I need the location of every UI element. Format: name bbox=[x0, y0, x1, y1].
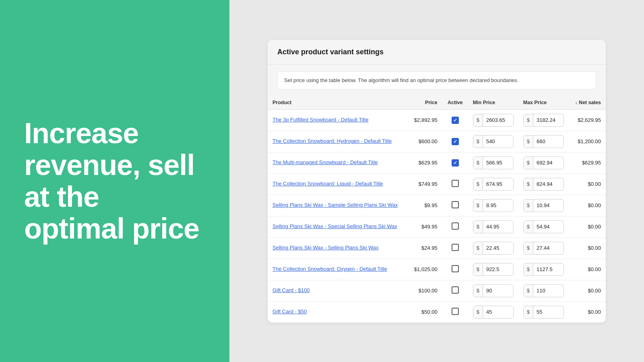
product-link[interactable]: The Multi-managed Snowboard - Default Ti… bbox=[272, 159, 378, 165]
col-net-sales[interactable]: ↓ Net sales bbox=[569, 96, 606, 110]
min-price-cell: $ bbox=[468, 280, 518, 301]
min-price-input[interactable] bbox=[483, 160, 511, 166]
min-price-input[interactable] bbox=[483, 138, 511, 144]
max-price-input[interactable] bbox=[533, 309, 561, 315]
product-link[interactable]: Gift Card - $50 bbox=[272, 309, 307, 315]
active-cell bbox=[442, 173, 468, 195]
max-price-input[interactable] bbox=[533, 117, 561, 123]
min-currency-label: $ bbox=[473, 178, 483, 190]
max-price-input[interactable] bbox=[533, 288, 561, 294]
min-price-input[interactable] bbox=[483, 288, 511, 294]
min-currency-label: $ bbox=[473, 221, 483, 233]
active-checkbox[interactable] bbox=[452, 265, 459, 272]
right-panel: Active product variant settings Set pric… bbox=[229, 0, 644, 362]
product-cell: Gift Card - $100 bbox=[268, 280, 408, 301]
product-link[interactable]: Gift Card - $100 bbox=[272, 287, 310, 293]
active-checkbox[interactable] bbox=[452, 117, 459, 124]
table-row: Selling Plans Ski Wax - Special Selling … bbox=[268, 216, 606, 237]
product-link[interactable]: The 3p Fulfilled Snowboard - Default Tit… bbox=[272, 117, 368, 123]
min-price-cell: $ bbox=[468, 216, 518, 237]
max-price-input[interactable] bbox=[533, 266, 561, 272]
min-currency-label: $ bbox=[473, 200, 483, 212]
min-price-input[interactable] bbox=[483, 224, 511, 230]
product-cell: Selling Plans Ski Wax - Sample Selling P… bbox=[268, 195, 408, 216]
max-price-cell: $ bbox=[518, 280, 569, 301]
col-product: Product bbox=[268, 96, 408, 110]
price-cell: $24.95 bbox=[408, 237, 442, 259]
max-price-input[interactable] bbox=[533, 138, 561, 144]
hero-heading: Increase revenue, sell at the optimal pr… bbox=[24, 117, 205, 245]
min-currency-label: $ bbox=[473, 136, 483, 148]
table-header: Product Price Active Min Price Max Price… bbox=[268, 96, 606, 110]
active-checkbox[interactable] bbox=[452, 180, 459, 187]
settings-card: Active product variant settings Set pric… bbox=[268, 40, 606, 323]
table-row: Selling Plans Ski Wax - Sample Selling P… bbox=[268, 195, 606, 216]
info-box: Set price using the table below. The alg… bbox=[277, 71, 596, 89]
table-row: The Collection Snowboard: Hydrogen - Def… bbox=[268, 131, 606, 152]
product-cell: Selling Plans Ski Wax - Selling Plans Sk… bbox=[268, 237, 408, 259]
active-cell bbox=[442, 131, 468, 152]
active-checkbox[interactable] bbox=[452, 201, 459, 208]
active-checkbox[interactable] bbox=[452, 138, 459, 145]
table-row: The Collection Snowboard: Oxygen - Defau… bbox=[268, 259, 606, 280]
col-active: Active bbox=[442, 96, 468, 110]
max-currency-label: $ bbox=[524, 221, 533, 233]
product-link[interactable]: Selling Plans Ski Wax - Sample Selling P… bbox=[272, 202, 398, 208]
min-currency-label: $ bbox=[473, 157, 483, 169]
left-panel: Increase revenue, sell at the optimal pr… bbox=[0, 0, 229, 362]
product-link[interactable]: The Collection Snowboard: Hydrogen - Def… bbox=[272, 138, 392, 144]
min-price-input[interactable] bbox=[483, 202, 511, 208]
product-table: Product Price Active Min Price Max Price… bbox=[268, 96, 606, 323]
min-price-input[interactable] bbox=[483, 245, 511, 251]
max-price-input[interactable] bbox=[533, 245, 561, 251]
max-price-input[interactable] bbox=[533, 181, 561, 187]
min-price-input[interactable] bbox=[483, 181, 511, 187]
active-cell bbox=[442, 216, 468, 237]
price-cell: $629.95 bbox=[408, 152, 442, 173]
price-cell: $600.00 bbox=[408, 131, 442, 152]
active-checkbox[interactable] bbox=[452, 308, 459, 315]
max-price-cell: $ bbox=[518, 195, 569, 216]
min-price-input[interactable] bbox=[483, 117, 511, 123]
active-checkbox[interactable] bbox=[452, 222, 459, 230]
max-price-input[interactable] bbox=[533, 224, 561, 230]
max-currency-label: $ bbox=[524, 136, 533, 148]
card-header: Active product variant settings bbox=[268, 40, 606, 65]
active-cell bbox=[442, 152, 468, 173]
col-max-price: Max Price bbox=[518, 96, 569, 110]
max-price-cell: $ bbox=[518, 301, 569, 323]
active-cell bbox=[442, 280, 468, 301]
max-currency-label: $ bbox=[524, 285, 533, 297]
active-checkbox[interactable] bbox=[452, 244, 459, 251]
active-cell bbox=[442, 237, 468, 259]
price-cell: $50.00 bbox=[408, 301, 442, 323]
max-currency-label: $ bbox=[524, 306, 533, 318]
product-cell: The 3p Fulfilled Snowboard - Default Tit… bbox=[268, 109, 408, 131]
product-link[interactable]: The Collection Snowboard: Liquid - Defau… bbox=[272, 181, 383, 187]
min-price-input[interactable] bbox=[483, 266, 511, 272]
table-row: The Multi-managed Snowboard - Default Ti… bbox=[268, 152, 606, 173]
price-cell: $100.00 bbox=[408, 280, 442, 301]
max-currency-label: $ bbox=[524, 242, 533, 254]
max-price-cell: $ bbox=[518, 173, 569, 195]
price-cell: $2,892.95 bbox=[408, 109, 442, 131]
net-sales-cell: $0.00 bbox=[569, 195, 606, 216]
min-price-cell: $ bbox=[468, 301, 518, 323]
product-link[interactable]: The Collection Snowboard: Oxygen - Defau… bbox=[272, 266, 387, 272]
min-price-input[interactable] bbox=[483, 309, 511, 315]
active-checkbox[interactable] bbox=[452, 286, 459, 294]
min-currency-label: $ bbox=[473, 242, 483, 254]
max-price-cell: $ bbox=[518, 216, 569, 237]
product-table-wrapper: Product Price Active Min Price Max Price… bbox=[268, 96, 606, 323]
active-checkbox[interactable] bbox=[452, 159, 459, 167]
max-price-input[interactable] bbox=[533, 202, 561, 208]
net-sales-cell: $0.00 bbox=[569, 173, 606, 195]
min-price-cell: $ bbox=[468, 152, 518, 173]
max-currency-label: $ bbox=[524, 200, 533, 212]
product-link[interactable]: Selling Plans Ski Wax - Special Selling … bbox=[272, 223, 397, 229]
net-sales-cell: $1,200.00 bbox=[569, 131, 606, 152]
net-sales-cell: $629.95 bbox=[569, 152, 606, 173]
net-sales-cell: $0.00 bbox=[569, 280, 606, 301]
product-link[interactable]: Selling Plans Ski Wax - Selling Plans Sk… bbox=[272, 245, 378, 251]
max-price-input[interactable] bbox=[533, 160, 561, 166]
